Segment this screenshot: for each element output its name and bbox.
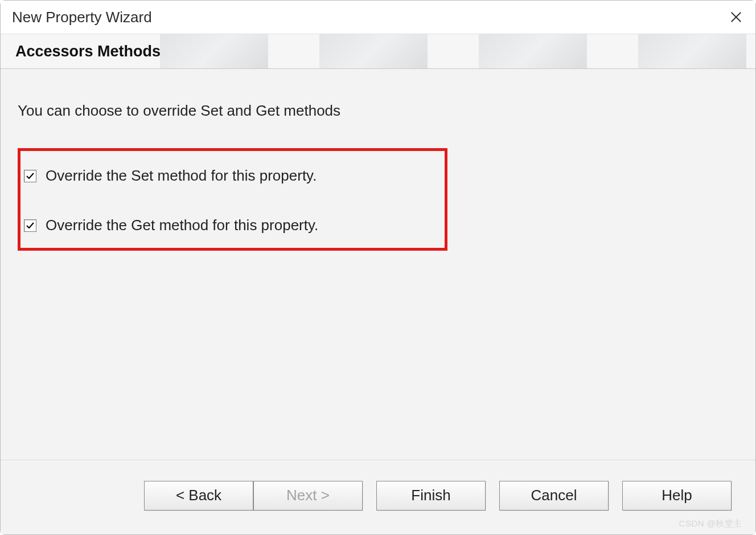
checkbox-row-set: Override the Set method for this propert… [24,167,439,185]
page-heading: Accessors Methods [15,43,161,60]
override-get-checkbox[interactable] [24,219,36,232]
content-area: You can choose to override Set and Get m… [1,69,755,460]
highlight-box: Override the Set method for this propert… [18,148,447,251]
watermark-text: CSDN @秋堂主 [679,518,742,529]
override-set-checkbox[interactable] [24,170,36,182]
nav-button-group: < Back Next > [144,481,363,511]
wizard-window: New Property Wizard Accessors Methods Yo… [0,0,756,535]
close-button[interactable] [728,9,744,25]
override-get-label: Override the Get method for this propert… [46,217,318,234]
check-icon [26,221,35,230]
title-bar: New Property Wizard [1,1,755,34]
close-icon [730,11,742,23]
back-button[interactable]: < Back [144,481,253,511]
check-icon [26,171,35,181]
cancel-button[interactable]: Cancel [499,481,609,511]
finish-button[interactable]: Finish [376,481,486,511]
help-button[interactable]: Help [622,481,732,511]
window-title: New Property Wizard [12,9,152,26]
checkbox-row-get: Override the Get method for this propert… [24,217,439,234]
wizard-banner: Accessors Methods [1,34,755,69]
override-set-label: Override the Set method for this propert… [46,167,317,185]
button-bar: < Back Next > Finish Cancel Help [1,460,755,534]
next-button: Next > [253,481,363,511]
description-text: You can choose to override Set and Get m… [18,102,738,120]
